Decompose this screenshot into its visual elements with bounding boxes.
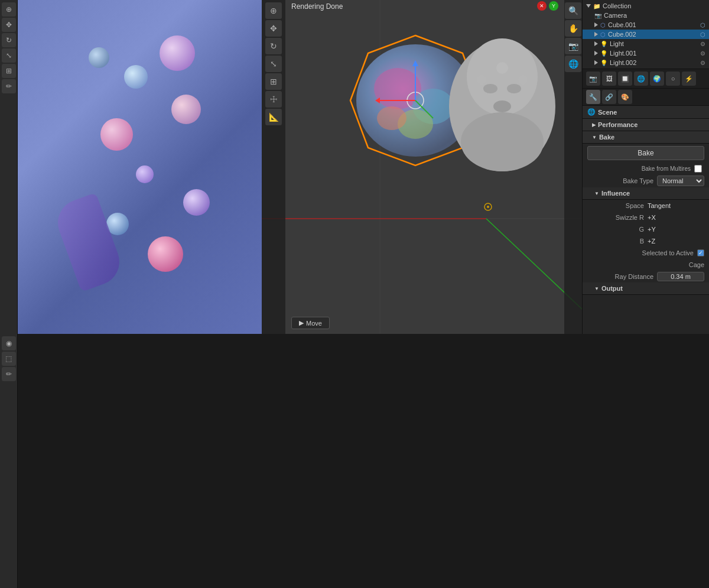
viewport[interactable]: ⊕ ✥ ↻ ⤡ ⊞ ☩ 📐 🔍 ✋ 📷 🌐 Rendering Done ✕ Y [262, 0, 582, 334]
vp-cursor-btn[interactable]: ☩ [265, 91, 282, 108]
cage-label: Cage [689, 261, 704, 268]
bake-type-select[interactable]: Normal Combined Diffuse Specular [657, 176, 704, 186]
svg-point-26 [461, 112, 544, 171]
outliner-item-camera[interactable]: 📷 Camera [583, 11, 709, 20]
tab-scene[interactable]: 🌐 [634, 72, 648, 86]
cage-row: Cage [583, 259, 709, 271]
outliner-item-light001[interactable]: 💡 Light.001 ⚙ [583, 48, 709, 58]
toolbar-move[interactable]: ✥ [2, 18, 16, 32]
preview-ball-9 [148, 236, 183, 272]
outliner-item-light002[interactable]: 💡 Light.002 ⚙ [583, 58, 709, 67]
performance-caret: ▶ [592, 122, 596, 128]
outliner-item-light[interactable]: 💡 Light ⚙ [583, 39, 709, 48]
vp-measure-btn[interactable]: 📐 [265, 109, 282, 125]
b-value: +Z [648, 238, 704, 245]
bake-from-multires-checkbox[interactable] [694, 165, 702, 173]
light002-label: Light.002 [610, 59, 636, 66]
outliner-item-cube001[interactable]: ⬡ Cube.001 ⬡ [583, 20, 709, 30]
light002-icon: 💡 [600, 60, 607, 66]
selected-to-active-row: Selected to Active [583, 247, 709, 259]
tab-material[interactable]: 🎨 [618, 90, 632, 104]
light001-icon: 💡 [600, 50, 607, 57]
ray-distance-row: Ray Distance [583, 271, 709, 282]
ray-distance-label: Ray Distance [587, 273, 657, 280]
pivot-marker [483, 202, 493, 212]
outliner-item-collection[interactable]: 📁 Collection [583, 1, 709, 11]
vp-zoom-btn[interactable]: 🔍 [565, 2, 581, 19]
collection-icon: 📁 [593, 3, 600, 9]
tab-output[interactable]: 🖼 [602, 72, 616, 86]
tab-object[interactable]: ○ [666, 72, 680, 86]
space-value: Tangent [648, 202, 704, 209]
tab-constraints[interactable]: 🔗 [602, 90, 616, 104]
tab-render[interactable]: 📷 [586, 72, 600, 86]
influence-label: Influence [601, 190, 630, 197]
vp-rotate-btn[interactable]: ↻ [265, 38, 282, 54]
cube002-label: Cube.002 [608, 31, 636, 38]
bake-button[interactable]: Bake [587, 146, 704, 160]
toolbar-crosshair[interactable]: ⊕ [2, 2, 16, 17]
render-toolbar: ⊕ ✥ ↻ ⤡ ⊞ ✏ [0, 0, 18, 334]
selected-to-active-checkbox[interactable] [697, 249, 704, 256]
preview-ball-5 [100, 118, 133, 151]
vp-transform-btn[interactable]: ⊞ [265, 73, 282, 90]
move-button[interactable]: ▶ Move [291, 317, 330, 329]
bake-section-header[interactable]: ▼ Bake [583, 131, 709, 144]
toolbar-scale[interactable]: ⤡ [2, 48, 16, 63]
light001-label: Light.001 [610, 50, 636, 57]
preview-ball-7 [183, 189, 210, 216]
render-preview-bg [18, 0, 262, 334]
tab-particles[interactable]: ⚡ [682, 72, 696, 86]
collection-label: Collection [603, 2, 631, 9]
camera-label: Camera [604, 12, 627, 19]
bake-type-row: Bake Type Normal Combined Diffuse Specul… [583, 174, 709, 187]
twisted-shape [51, 193, 126, 292]
ray-distance-input[interactable] [657, 272, 704, 281]
g-label: G [587, 226, 648, 233]
props-tabs-row: 📷 🖼 🔲 🌐 🌍 ○ ⚡ [583, 69, 709, 89]
toolbar-rotate[interactable]: ↻ [2, 33, 16, 47]
svg-point-22 [493, 100, 511, 112]
bake-from-multires-label: Bake from Multires [587, 165, 694, 172]
toolbar-annotate[interactable]: ✏ [2, 79, 16, 93]
camera-icon: 📷 [594, 12, 601, 19]
node-toolbar-view[interactable]: ◉ [2, 336, 16, 350]
viewport-tools: ⊕ ✥ ↻ ⤡ ⊞ ☩ 📐 [262, 0, 285, 334]
vp-move-btn[interactable]: ✥ [265, 20, 282, 37]
close-btn[interactable]: ✕ [537, 1, 547, 11]
confirm-btn[interactable]: Y [549, 1, 558, 11]
space-row: Space Tangent [583, 200, 709, 212]
node-toolbar-annotate[interactable]: ✏ [2, 367, 16, 381]
node-toolbar-select[interactable]: ⬚ [2, 352, 16, 366]
performance-label: Performance [598, 121, 638, 128]
outliner: 📁 Collection 📷 Camera ⬡ Cube.001 ⬡ [583, 0, 709, 69]
vp-camera-btn[interactable]: 📷 [565, 38, 581, 54]
collection-triangle [586, 4, 591, 8]
bake-from-multires-row: Bake from Multires [583, 163, 709, 174]
tab-view[interactable]: 🔲 [618, 72, 632, 86]
svg-point-25 [496, 62, 508, 74]
vp-render-btn[interactable]: 🌐 [565, 56, 581, 72]
vp-pan-btn[interactable]: ✋ [565, 20, 581, 37]
toolbar-transform[interactable]: ⊞ [2, 64, 16, 78]
cube001-label: Cube.001 [608, 21, 636, 28]
node-editor-canvas[interactable]: Texture Coordinate Generated Normal UV [18, 334, 709, 588]
props-tabs-row2: 🔧 🔗 🎨 [583, 89, 709, 106]
vp-crosshair-btn[interactable]: ⊕ [265, 2, 282, 19]
scene-section-header[interactable]: 🌐 Scene [583, 106, 709, 119]
tab-world[interactable]: 🌍 [650, 72, 664, 86]
swizzle-r-value: +X [648, 214, 704, 221]
influence-caret: ▼ [594, 191, 599, 196]
outliner-item-cube002[interactable]: ⬡ Cube.002 ⬡ [583, 30, 709, 39]
move-icon: ▶ [299, 319, 304, 327]
b-label: B [587, 238, 648, 245]
bake-type-label: Bake Type [587, 177, 657, 184]
influence-section-header[interactable]: ▼ Influence [583, 187, 709, 200]
performance-section-header[interactable]: ▶ Performance [583, 119, 709, 131]
tab-active[interactable]: 🔧 [586, 90, 600, 104]
svg-point-28 [487, 206, 489, 208]
light-triangle [594, 41, 598, 46]
g-value: +Y [648, 226, 704, 233]
output-section-header[interactable]: ▼ Output [583, 282, 709, 295]
vp-scale-btn[interactable]: ⤡ [265, 56, 282, 72]
